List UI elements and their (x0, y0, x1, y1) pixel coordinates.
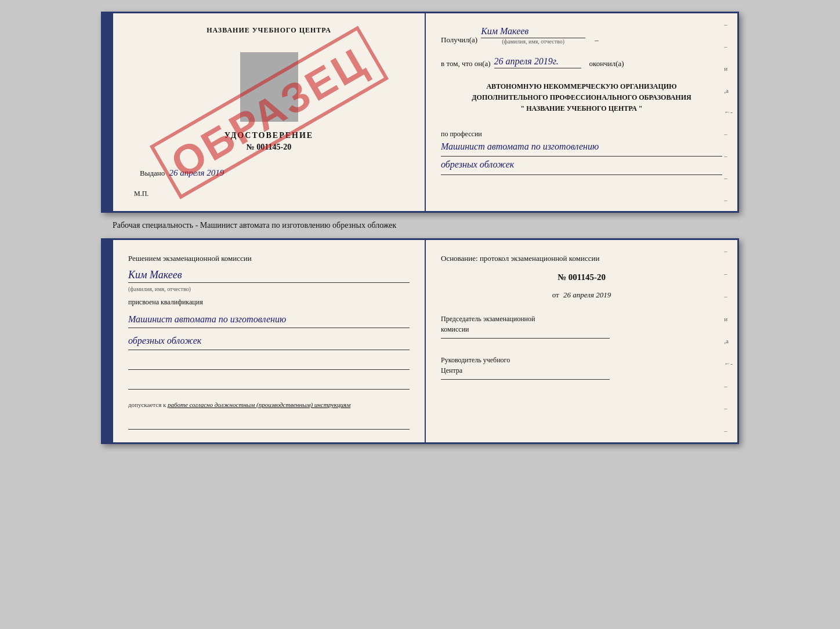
chair-sign-line (441, 338, 610, 339)
photo-placeholder (240, 52, 298, 122)
qual-prof-line2: обрезных обложек (128, 333, 410, 350)
chair-label-2: комиссии (441, 324, 722, 335)
prof-line-1: Машинист автомата по изготовлению (441, 139, 722, 157)
chair-label-1: Председатель экзаменационной (441, 314, 722, 324)
qual-book-spine (103, 240, 113, 442)
document-container: НАЗВАНИЕ УЧЕБНОГО ЦЕНТРА УДОСТОВЕРЕНИЕ №… (12, 12, 828, 444)
qual-assigned: присвоена квалификация (128, 298, 410, 307)
qual-допуск: допускается к работе согласно должностны… (128, 400, 410, 410)
profession-block: по профессии Машинист автомата по изгото… (441, 126, 722, 176)
qualification-book: Решением экзаменационной комиссии Ким Ма… (101, 238, 739, 444)
cert-left-page: НАЗВАНИЕ УЧЕБНОГО ЦЕНТРА УДОСТОВЕРЕНИЕ №… (113, 13, 426, 211)
qual-name: Ким Макеев (128, 269, 410, 283)
head-label-1: Руководитель учебного (441, 355, 722, 365)
cert-right-page: Получил(а) Ким Макеев (фамилия, имя, отч… (426, 13, 737, 211)
qual-line-3 (128, 418, 410, 430)
qual-line-2 (128, 378, 410, 390)
certificate-book: НАЗВАНИЕ УЧЕБНОГО ЦЕНТРА УДОСТОВЕРЕНИЕ №… (101, 12, 739, 213)
head-label-2: Центра (441, 365, 722, 376)
prof-line-2: обрезных обложек (441, 157, 722, 175)
cert-issued-date: Выдано 26 апреля 2019 (128, 168, 224, 178)
chair-block: Председатель экзаменационной комиссии (441, 314, 722, 339)
qual-heading: Решением экзаменационной комиссии (128, 253, 410, 264)
org-block: АВТОНОМНУЮ НЕКОММЕРЧЕСКУЮ ОРГАНИЗАЦИЮ ДО… (441, 81, 722, 115)
cert-number: № 001145-20 (247, 143, 291, 152)
qual-name-block: Ким Макеев (фамилия, имя, отчество) (128, 269, 410, 293)
qual-right-page: Основание: протокол экзаменационной коми… (426, 240, 737, 442)
qual-prof-line1: Машинист автомата по изготовлению (128, 311, 410, 329)
cert-mp: М.П. (128, 190, 149, 198)
qual-protocol-number: № 001145-20 (441, 272, 722, 282)
right-decoration: – – и ,а ←- – – – – (724, 13, 733, 211)
book-spine (103, 13, 113, 211)
caption-text: Рабочая специальность - Машинист автомат… (113, 219, 396, 232)
head-block: Руководитель учебного Центра (441, 355, 722, 380)
qual-left-page: Решением экзаменационной комиссии Ким Ма… (113, 240, 426, 442)
in-that-date: 26 апреля 2019г. (494, 56, 581, 68)
head-sign-line (441, 379, 610, 380)
cert-stamp-area: УДОСТОВЕРЕНИЕ № 001145-20 (128, 41, 410, 158)
received-row: Получил(а) Ким Макеев (фамилия, имя, отч… (441, 26, 722, 45)
cert-label: УДОСТОВЕРЕНИЕ (225, 131, 313, 140)
cert-school-title: НАЗВАНИЕ УЧЕБНОГО ЦЕНТРА (207, 26, 331, 35)
qual-right-decoration: – – – и ,а ←- – – – (724, 240, 733, 442)
qual-line-1 (128, 358, 410, 370)
received-name: Ким Макеев (481, 26, 585, 38)
qual-right-heading: Основание: протокол экзаменационной коми… (441, 253, 722, 264)
completed-row: в том, что он(а) 26 апреля 2019г. окончи… (441, 56, 722, 68)
qual-protocol-date: от 26 апреля 2019 (441, 290, 722, 300)
